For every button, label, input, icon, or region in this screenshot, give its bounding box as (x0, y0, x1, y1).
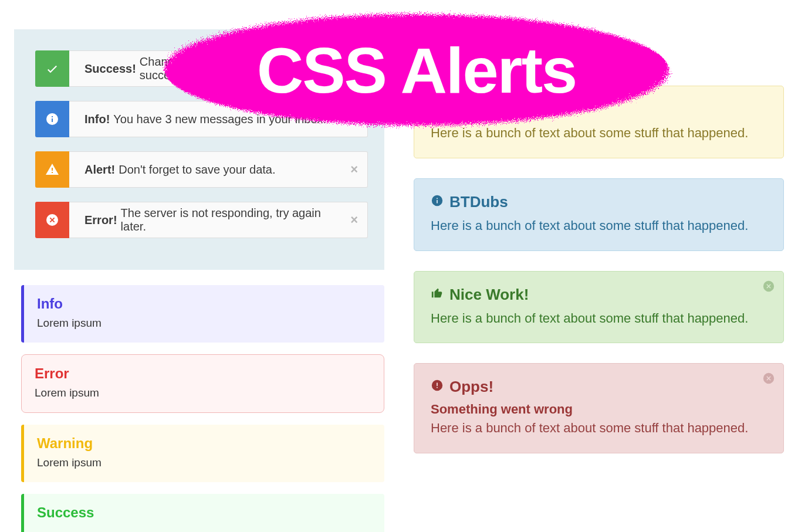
exclamation-icon (431, 378, 444, 396)
close-icon[interactable]: × (350, 163, 358, 176)
rich-heading: BTDubs (431, 193, 767, 211)
simple-title: Warning (37, 435, 371, 452)
rich-alert-warning: Heads Up! Here is a bunch of text about … (414, 86, 784, 158)
rich-heading: Opps! (431, 378, 767, 396)
alert-success: Success! Changes have been saved success… (35, 50, 368, 87)
simple-title: Success (37, 504, 371, 521)
simple-title: Info (37, 296, 371, 312)
rich-alert-success: Nice Work! Here is a bunch of text about… (414, 271, 784, 344)
simple-text: Lorem ipsum (37, 317, 371, 330)
alert-label: Alert! (84, 163, 115, 177)
simple-title: Error (35, 365, 371, 382)
close-icon[interactable] (762, 280, 775, 295)
icon-alerts-panel: Success! Changes have been saved success… (14, 29, 384, 270)
close-icon[interactable]: × (350, 113, 358, 126)
close-icon[interactable]: × (350, 214, 358, 226)
error-icon (35, 202, 69, 238)
info-icon (35, 101, 69, 137)
info-icon (431, 193, 444, 211)
simple-alert-success: Success (21, 494, 384, 532)
alert-label: Success! (84, 62, 136, 76)
rich-heading: Heads Up! (431, 100, 767, 118)
simple-text: Lorem ipsum (37, 456, 371, 469)
alert-text: Don't forget to save your data. (119, 163, 275, 177)
alert-label: Info! (84, 113, 110, 126)
alert-info: Info! You have 3 new messages in your in… (35, 101, 368, 137)
rich-text: Here is a bunch of text about some stuff… (431, 310, 767, 328)
alert-warning: Alert! Don't forget to save your data. × (35, 151, 368, 188)
simple-alert-error: Error Lorem ipsum (21, 354, 384, 413)
simple-alerts-panel: Info Lorem ipsum Error Lorem ipsum Warni… (14, 285, 384, 532)
alert-error: Error! The server is not responding, try… (35, 202, 368, 238)
close-icon[interactable]: × (350, 62, 358, 75)
simple-text: Lorem ipsum (35, 387, 371, 399)
rich-subtitle: Something went wrong (431, 402, 767, 417)
check-icon (35, 50, 69, 87)
rich-text: Here is a bunch of text about some stuff… (431, 217, 767, 235)
warning-icon (35, 151, 69, 188)
rich-heading: Nice Work! (431, 286, 767, 304)
simple-alert-warning: Warning Lorem ipsum (21, 425, 384, 482)
alert-text: Changes have been saved successfully. (140, 55, 340, 82)
rich-alert-info: BTDubs Here is a bunch of text about som… (414, 178, 784, 251)
simple-alert-info: Info Lorem ipsum (21, 285, 384, 343)
alert-text: The server is not responding, try again … (121, 206, 340, 233)
bell-icon (431, 100, 444, 118)
rich-text: Here is a bunch of text about some stuff… (431, 419, 767, 438)
rich-text: Here is a bunch of text about some stuff… (431, 124, 767, 143)
alert-label: Error! (84, 214, 117, 227)
alert-text: You have 3 new messages in your inbox. (113, 113, 326, 126)
thumbs-up-icon (431, 286, 444, 304)
close-icon[interactable] (762, 372, 775, 387)
rich-alert-error: Opps! Something went wrong Here is a bun… (414, 363, 784, 453)
